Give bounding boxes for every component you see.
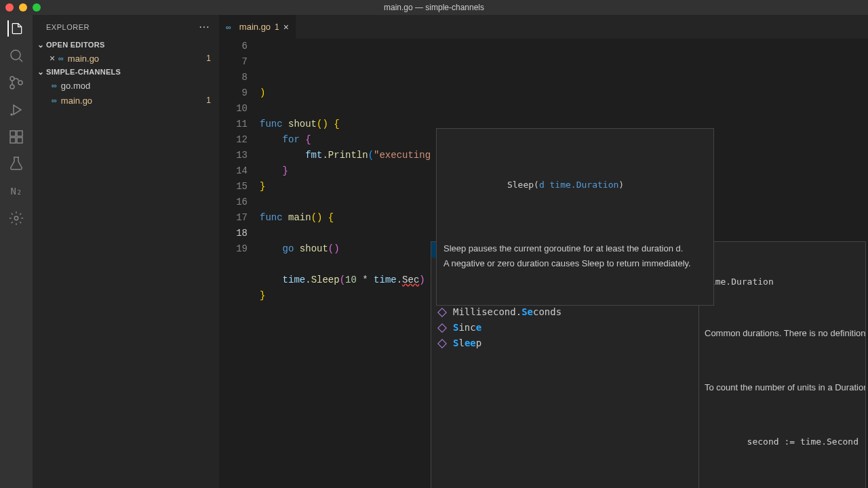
extensions-activity-icon[interactable] — [8, 129, 24, 145]
window-title: main.go — simple-channels — [384, 3, 484, 12]
svg-point-4 — [11, 114, 12, 115]
code-line[interactable] — [260, 101, 868, 117]
doc-type: time.Duration — [705, 274, 860, 289]
file-badge: 1 — [206, 96, 211, 105]
code-line[interactable]: ) — [260, 85, 868, 101]
svg-rect-16 — [438, 308, 446, 316]
n2-activity-icon[interactable]: N₂ — [8, 183, 24, 199]
close-editor-icon[interactable]: × — [46, 53, 58, 64]
activity-bar: N₂ — [0, 15, 33, 488]
method-kind-icon — [437, 323, 448, 333]
search-activity-icon[interactable] — [8, 47, 24, 64]
chevron-down-icon: ⌄ — [35, 40, 46, 49]
open-editors-section[interactable]: ⌄ OPEN EDITORS — [33, 39, 219, 51]
go-file-icon: ∞ — [52, 96, 57, 104]
minimize-window-button[interactable] — [19, 3, 27, 12]
line-number-gutter: 678910111213141516171819 — [219, 39, 260, 488]
svg-point-2 — [10, 85, 14, 89]
method-kind-icon — [437, 307, 448, 318]
signature-line: Sleep(d time.Duration) — [443, 163, 707, 207]
file-badge: 1 — [206, 54, 211, 63]
doc-code: second := time.Second — [705, 434, 860, 449]
sidebar: EXPLORER ⋯ ⌄ OPEN EDITORS × ∞ main.go 1 … — [33, 15, 219, 488]
method-kind-icon — [437, 338, 448, 349]
chevron-down-icon: ⌄ — [35, 67, 46, 77]
workspace-section[interactable]: ⌄ SIMPLE-CHANNELS — [33, 66, 219, 78]
file-label: go.mod — [61, 81, 211, 91]
maximize-window-button[interactable] — [33, 3, 41, 12]
signature-help-popup: Sleep(d time.Duration) Sleep pauses the … — [436, 128, 714, 306]
editor-area: ∞ main.go 1 × 678910111213141516171819 )… — [219, 15, 868, 488]
tab-main-go[interactable]: ∞ main.go 1 × — [219, 15, 296, 39]
explorer-activity-icon[interactable] — [7, 20, 24, 37]
window-controls — [5, 3, 41, 12]
code-editor[interactable]: 678910111213141516171819 )func shout() {… — [219, 39, 868, 488]
tabs-bar: ∞ main.go 1 × — [219, 15, 868, 39]
titlebar: main.go — simple-channels — [0, 0, 868, 15]
autocomplete-item[interactable]: Since — [431, 320, 698, 336]
sidebar-header: EXPLORER ⋯ — [33, 15, 219, 39]
svg-rect-18 — [438, 339, 446, 347]
go-file-icon: ∞ — [58, 54, 64, 62]
svg-rect-8 — [17, 138, 22, 143]
doc-paragraph: To count the number of units in a Durati… — [705, 380, 860, 395]
workspace-file-item[interactable]: ∞ main.go 1 — [33, 93, 219, 108]
settings-gear-icon[interactable] — [8, 210, 24, 226]
svg-point-0 — [11, 50, 20, 60]
close-window-button[interactable] — [5, 3, 14, 12]
tab-badge: 1 — [275, 22, 279, 32]
run-debug-activity-icon[interactable] — [8, 102, 24, 118]
go-file-icon: ∞ — [226, 23, 231, 31]
autocomplete-item[interactable]: Millisecond.Seconds — [431, 304, 698, 320]
testing-activity-icon[interactable] — [8, 156, 24, 172]
svg-rect-17 — [438, 323, 446, 331]
autocomplete-label: Millisecond.Seconds — [453, 304, 561, 320]
file-label: main.go — [68, 54, 206, 64]
autocomplete-item[interactable]: Sleep — [431, 336, 698, 351]
signature-description: Sleep pauses the current goroutine for a… — [443, 241, 707, 271]
doc-paragraph: Common durations. There is no definition… — [705, 326, 860, 341]
tab-close-icon[interactable]: × — [283, 22, 289, 33]
go-file-icon: ∞ — [52, 81, 57, 89]
svg-rect-6 — [17, 131, 22, 136]
code-content[interactable]: )func shout() { for { fmt.Println("execu… — [260, 39, 868, 488]
svg-point-1 — [10, 77, 14, 81]
sidebar-title: EXPLORER — [46, 23, 90, 31]
svg-point-3 — [18, 81, 22, 85]
svg-rect-7 — [10, 138, 16, 143]
svg-point-9 — [14, 216, 18, 220]
open-editor-item[interactable]: × ∞ main.go 1 — [33, 51, 219, 66]
workspace-file-item[interactable]: ∞ go.mod — [33, 78, 219, 93]
sidebar-more-icon[interactable]: ⋯ — [199, 20, 211, 33]
source-control-activity-icon[interactable] — [8, 75, 24, 91]
file-label: main.go — [61, 96, 206, 106]
autocomplete-label: Since — [453, 320, 481, 336]
autocomplete-doc-panel: time.Duration Common durations. There is… — [699, 241, 866, 488]
tab-label: main.go — [239, 22, 271, 32]
svg-rect-5 — [10, 131, 16, 136]
autocomplete-label: Sleep — [453, 336, 481, 351]
